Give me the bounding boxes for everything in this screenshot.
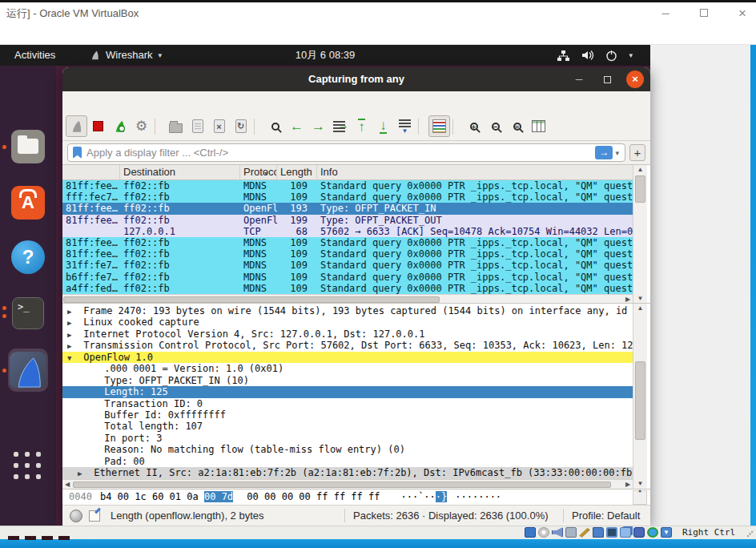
zoom-out-button[interactable]: − [485, 115, 506, 137]
details-hscrollbar[interactable]: ◀ ▶ [62, 479, 633, 489]
expander-icon[interactable]: ▶ [67, 306, 78, 316]
save-file-button[interactable] [187, 115, 208, 137]
column-dropdown-icon[interactable]: ▾ [264, 170, 267, 177]
go-last-packet-button[interactable]: ↓ [372, 115, 394, 137]
detail-row[interactable]: Pad: 00 [62, 456, 633, 467]
hex-dump-pane[interactable]: 0040b4 00 1c 60 01 0a 00 7d 00 00 00 00 … [62, 489, 650, 505]
features-icon[interactable] [647, 527, 658, 538]
host-close-button[interactable]: × [737, 2, 748, 24]
dock-item-firefox[interactable] [8, 71, 48, 111]
resize-grip[interactable] [746, 530, 754, 538]
dock-item-files[interactable] [8, 127, 48, 167]
go-back-button[interactable]: ← [286, 115, 308, 137]
system-status-area[interactable]: ▾ [557, 45, 633, 66]
column-header-length[interactable]: Length [277, 165, 317, 180]
virtualbox-titlebar[interactable]: 运行] - Oracle VM VirtualBox ─ × [0, 2, 756, 24]
column-header-source[interactable] [62, 165, 120, 180]
network-adapter-icon[interactable] [565, 527, 577, 538]
detail-row[interactable]: In port: 3 [62, 433, 633, 444]
column-header-protocol[interactable]: Protoco [240, 165, 277, 180]
seamless-windows-icon[interactable] [620, 527, 631, 538]
packet-row[interactable]: fff:fec7… ff02::fb MDNS 109 Standard que… [62, 191, 633, 203]
recording-icon[interactable] [579, 527, 590, 538]
start-capture-button[interactable] [66, 115, 87, 137]
detail-row[interactable]: Total length: 107 [62, 421, 633, 432]
capture-comment-icon[interactable] [89, 510, 100, 522]
apply-filter-button[interactable]: → [595, 146, 613, 159]
hex-scrollbar[interactable]: ▲▼ [633, 490, 647, 505]
packet-row[interactable]: 127.0.0.1 TCP 68 57602 → 6633 [ACK] Seq=… [62, 226, 633, 237]
go-forward-button[interactable]: → [308, 115, 329, 137]
detail-row[interactable]: Reason: No matching flow (table-miss flo… [62, 444, 633, 455]
expander-icon[interactable]: ▶ [78, 468, 88, 478]
capture-options-button[interactable]: ⚙ [131, 115, 152, 137]
zoom-in-button[interactable]: + [463, 115, 485, 137]
detail-row[interactable]: ▶ Frame 2470: 193 bytes on wire (1544 bi… [62, 305, 633, 316]
detail-row[interactable]: ▶ Linux cooked capture [62, 316, 633, 328]
expander-icon[interactable]: ▼ [67, 353, 78, 363]
hdd-icon[interactable] [525, 527, 536, 538]
app-menu[interactable]: Wireshark ▾ [90, 45, 162, 66]
packet-row[interactable]: 81ff:fee… ff02::fb OpenFl… 199 Type: OFP… [62, 215, 633, 226]
host-maximize-button[interactable] [698, 2, 710, 24]
audio-icon[interactable] [552, 527, 563, 538]
packet-row[interactable]: 81ff:fee… ff02::fb OpenFl… 193 Type: OFP… [62, 203, 633, 214]
restore-button[interactable] [598, 71, 616, 88]
detail-row[interactable]: .000 0001 = Version: 1.0 (0x01) [62, 363, 633, 374]
display-filter-input[interactable]: Apply a display filter ... <Ctrl-/> → ▾ [67, 143, 625, 162]
host-minimize-button[interactable]: ─ [660, 2, 671, 24]
shared-folders-icon[interactable] [593, 527, 604, 538]
expander-icon[interactable]: ▶ [67, 340, 78, 351]
detail-row[interactable]: Type: OFPT_PACKET_IN (10) [62, 375, 633, 386]
expander-icon[interactable]: ▶ [67, 317, 78, 328]
go-to-packet-button[interactable]: → [329, 115, 351, 137]
detail-row[interactable]: Length: 125 [62, 386, 633, 397]
keyboard-icon[interactable]: ▼ [661, 527, 672, 538]
column-header-info[interactable]: Info [317, 165, 633, 180]
go-first-packet-button[interactable]: ↑ [351, 115, 372, 137]
details-vscrollbar[interactable]: ▲ ▼ [633, 304, 647, 489]
detail-row[interactable]: Buffer Id: 0xffffffff [62, 409, 633, 421]
dock-item-wireshark[interactable] [8, 348, 48, 393]
packet-row[interactable]: b6ff:fe7… ff02::fb MDNS 109 Standard que… [62, 272, 633, 283]
add-filter-button[interactable]: + [629, 144, 645, 161]
scroll-up-arrow[interactable]: ▲ [633, 165, 647, 175]
detail-row[interactable]: Transaction ID: 0 [62, 398, 633, 409]
usb-icon[interactable] [633, 527, 645, 538]
colorize-button[interactable] [428, 115, 450, 137]
dock-item-terminal[interactable]: >_ [8, 293, 48, 333]
expert-info-button[interactable] [70, 510, 82, 522]
close-file-button[interactable]: × [208, 115, 230, 137]
reload-button[interactable]: ↻ [230, 115, 251, 137]
detail-row[interactable]: ▼ OpenFlow 1.0 [62, 352, 633, 363]
stop-capture-button[interactable] [87, 115, 109, 137]
scroll-up-arrow[interactable]: ▲ [633, 304, 647, 313]
show-applications-button[interactable] [14, 452, 42, 481]
packet-row[interactable]: 81ff:fee… ff02::fb MDNS 109 Standard que… [62, 248, 633, 260]
zoom-reset-button[interactable]: = [506, 115, 528, 137]
wireshark-titlebar[interactable]: Capturing from any ─ × [62, 67, 650, 91]
restart-capture-button[interactable] [109, 115, 131, 137]
resize-columns-button[interactable] [528, 115, 549, 137]
auto-scroll-button[interactable]: ▼ [394, 115, 416, 137]
packet-row[interactable]: 81ff:fee… ff02::fb MDNS 109 Standard que… [62, 237, 633, 248]
expander-icon[interactable]: ▶ [67, 329, 78, 340]
detail-row[interactable]: ▶ Internet Protocol Version 4, Src: 127.… [62, 328, 633, 340]
profile-text[interactable]: Profile: Default [572, 506, 640, 526]
packet-row[interactable]: a4ff:fed… ff02::fb MDNS 109 Standard que… [62, 283, 633, 294]
dock-item-help[interactable]: ? [8, 237, 48, 277]
packet-row[interactable]: 31ff:fe7… ff02::fb MDNS 109 Standard que… [62, 260, 633, 271]
optical-disc-icon[interactable] [538, 527, 549, 538]
detail-row[interactable]: ▶ Transmission Control Protocol, Src Por… [62, 340, 633, 351]
minimize-button[interactable]: ─ [570, 71, 588, 88]
packet-row[interactable]: 81ff:fee… ff02::fb MDNS 109 Standard que… [62, 180, 633, 191]
column-header-destination[interactable]: Destination [120, 165, 240, 180]
close-button[interactable]: × [626, 71, 644, 88]
display-icon[interactable] [606, 527, 617, 538]
find-packet-button[interactable] [264, 115, 286, 137]
dock-item-software[interactable]: A [8, 183, 48, 223]
filter-history-dropdown[interactable]: ▾ [613, 149, 621, 157]
bookmark-icon[interactable] [73, 147, 82, 159]
open-file-button[interactable] [165, 115, 187, 137]
detail-row[interactable]: ▶ Ethernet II, Src: a2:1a:81:eb:7f:2b (a… [62, 467, 633, 478]
